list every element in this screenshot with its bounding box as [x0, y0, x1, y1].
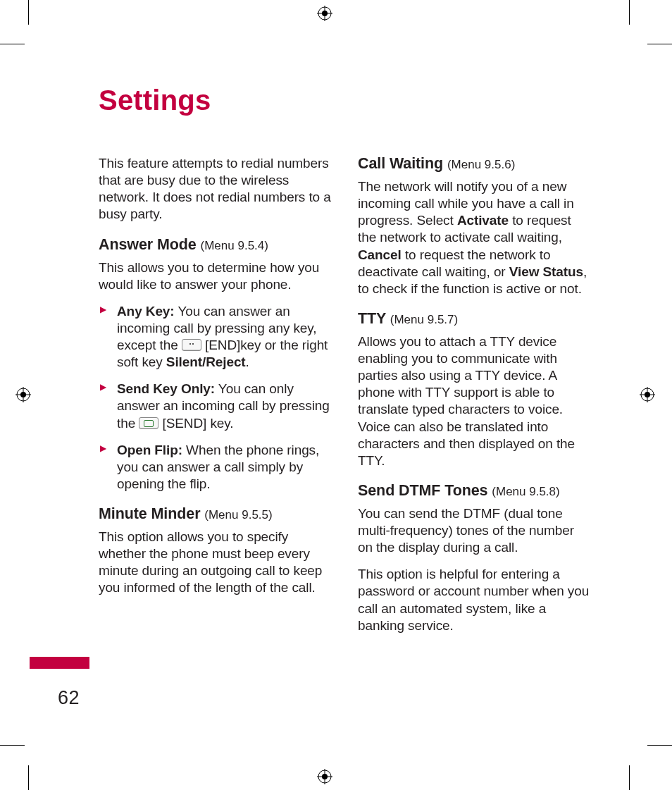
item-text: [SEND] key. [158, 416, 233, 431]
item-label: Any Key: [117, 304, 175, 319]
crop-mark [647, 745, 672, 746]
body-bold: Cancel [358, 247, 402, 262]
registration-mark-bottom [317, 769, 332, 784]
list-item-send-key: Send Key Only: You can only answer an in… [99, 381, 332, 431]
tty-body: Allows you to attach a TTY device enabli… [358, 333, 592, 469]
dtmf-body-1: You can send the DTMF (dual tone multi-f… [358, 505, 592, 556]
registration-mark-top [317, 6, 332, 21]
heading-text: Answer Mode [99, 236, 197, 253]
body-columns: This feature attempts to redial numbers … [99, 155, 592, 634]
list-item-any-key: Any Key: You can answer an incoming call… [99, 303, 332, 371]
crop-mark [0, 44, 25, 44]
svg-point-4 [318, 770, 331, 783]
heading-call-waiting: Call Waiting (Menu 9.5.6) [358, 155, 592, 173]
crop-mark [629, 765, 630, 790]
menu-ref: (Menu 9.5.5) [204, 508, 272, 521]
end-key-icon [182, 339, 201, 351]
svg-point-0 [318, 7, 331, 20]
dtmf-body-2: This option is helpful for entering a pa… [358, 566, 592, 634]
heading-text: Send DTMF Tones [358, 482, 487, 499]
crop-mark [629, 0, 630, 25]
menu-ref: (Menu 9.5.7) [390, 313, 458, 326]
minute-minder-body: This option allows you to specify whethe… [99, 529, 332, 597]
crop-mark [0, 745, 25, 746]
page-number: 62 [58, 687, 80, 709]
intro-paragraph: This feature attempts to redial numbers … [99, 155, 332, 223]
call-waiting-body: The network will notify you of a new inc… [358, 178, 592, 297]
list-item-open-flip: Open Flip: When the phone rings, you can… [99, 442, 332, 493]
svg-point-9 [20, 392, 26, 397]
svg-point-8 [17, 388, 30, 401]
answer-mode-list: Any Key: You can answer an incoming call… [99, 303, 332, 493]
body-bold: Activate [457, 213, 509, 228]
svg-point-13 [645, 392, 650, 397]
crop-mark [28, 765, 29, 790]
item-label: Send Key Only: [117, 381, 215, 396]
svg-point-12 [641, 388, 654, 401]
menu-ref: (Menu 9.5.4) [201, 239, 268, 252]
send-key-icon [139, 417, 158, 429]
svg-point-1 [322, 11, 328, 16]
registration-mark-left [15, 387, 31, 402]
heading-text: Minute Minder [99, 505, 200, 522]
heading-dtmf: Send DTMF Tones (Menu 9.5.8) [358, 482, 592, 500]
page-content: Settings This feature attempts to redial… [99, 85, 592, 634]
heading-text: TTY [358, 310, 386, 327]
heading-tty: TTY (Menu 9.5.7) [358, 310, 592, 328]
item-bold: Silent/Reject [166, 354, 246, 369]
svg-point-5 [322, 774, 328, 779]
heading-text: Call Waiting [358, 155, 443, 172]
heading-minute-minder: Minute Minder (Menu 9.5.5) [99, 505, 332, 523]
item-label: Open Flip: [117, 443, 182, 457]
crop-mark [647, 44, 672, 44]
answer-mode-lead: This allows you to determine how you wou… [99, 259, 332, 293]
heading-answer-mode: Answer Mode (Menu 9.5.4) [99, 236, 332, 254]
item-text: . [246, 354, 249, 369]
menu-ref: (Menu 9.5.6) [447, 158, 515, 171]
registration-mark-right [640, 387, 655, 402]
crop-mark [28, 0, 29, 25]
body-bold: View Status [509, 264, 583, 279]
menu-ref: (Menu 9.5.8) [492, 485, 559, 498]
accent-bar [30, 657, 89, 669]
page-title: Settings [99, 85, 592, 116]
